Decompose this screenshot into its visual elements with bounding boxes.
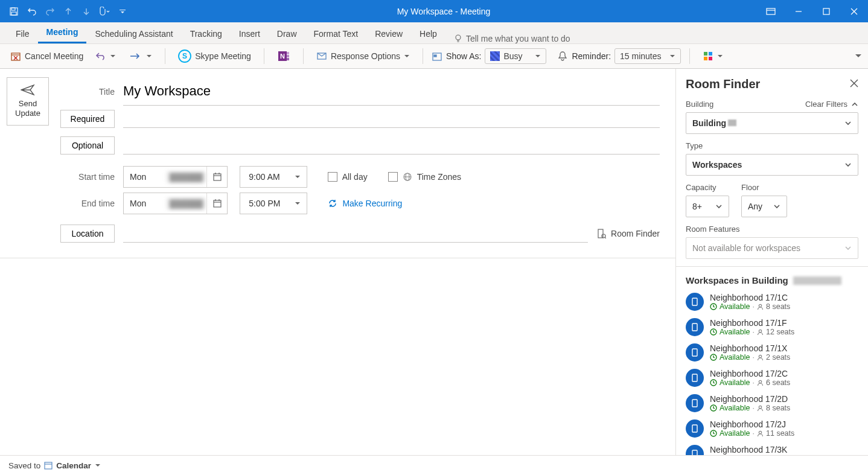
quick-access-toolbar [0, 4, 130, 19]
svg-rect-6 [823, 8, 829, 14]
end-date-picker[interactable]: Mon ██████ [123, 193, 228, 214]
svg-rect-10 [11, 53, 20, 60]
cancel-meeting-button[interactable]: Cancel Meeting [6, 48, 88, 65]
save-icon[interactable] [6, 4, 22, 19]
close-panel-button[interactable] [850, 79, 858, 89]
saved-to-label: Saved to [8, 461, 40, 470]
window-title: My Workspace - Meeting [130, 7, 757, 16]
end-time-picker[interactable]: 5:00 PM [240, 193, 307, 214]
optional-field[interactable] [123, 136, 660, 155]
workspace-item[interactable]: Neighborhood 17/1C Available · 8 seats [686, 293, 858, 311]
workspace-seats: 2 seats [766, 353, 790, 362]
svg-rect-64 [692, 425, 697, 432]
tab-file[interactable]: File [7, 24, 38, 43]
calendar-icon[interactable] [206, 193, 227, 214]
minimize-button[interactable] [785, 0, 812, 22]
optional-button[interactable]: Optional [60, 136, 115, 155]
required-field[interactable] [123, 110, 660, 128]
clock-icon [710, 328, 717, 336]
location-field[interactable] [123, 225, 588, 243]
floor-label: Floor [741, 183, 787, 192]
globe-icon [403, 172, 412, 182]
skype-meeting-button[interactable]: S Skype Meeting [174, 46, 255, 66]
workspace-item[interactable]: Neighborhood 17/3K [686, 445, 858, 455]
make-recurring-label: Make Recurring [342, 199, 402, 208]
send-update-button[interactable]: SendUpdate [7, 77, 49, 126]
customize-qat-icon[interactable] [115, 4, 130, 19]
capacity-label: Capacity [686, 183, 729, 192]
features-dropdown: Not available for workspaces [686, 237, 858, 259]
tab-insert[interactable]: Insert [231, 24, 269, 43]
building-value: Building [692, 118, 726, 128]
tab-tracking[interactable]: Tracking [182, 24, 231, 43]
attach-dropdown-icon[interactable] [97, 4, 112, 19]
clock-icon [710, 354, 717, 361]
tab-draw[interactable]: Draw [269, 24, 305, 43]
workspace-item[interactable]: Neighborhood 17/2J Available · 11 seats [686, 419, 858, 438]
maximize-button[interactable] [812, 0, 840, 22]
type-dropdown[interactable]: Workspaces [686, 154, 858, 176]
clear-filters-button[interactable]: Clear Filters [805, 100, 858, 109]
tab-review[interactable]: Review [366, 24, 411, 43]
type-value: Workspaces [692, 160, 742, 170]
location-button[interactable]: Location [60, 225, 115, 243]
title-input[interactable] [123, 80, 660, 103]
up-arrow-icon[interactable] [60, 4, 76, 19]
undo-split-button[interactable] [91, 48, 120, 64]
chevron-down-icon [844, 244, 852, 252]
chevron-down-icon[interactable] [95, 462, 101, 468]
undo-icon[interactable] [24, 4, 40, 19]
person-icon [757, 354, 764, 361]
clear-filters-label: Clear Filters [805, 100, 847, 109]
close-button[interactable] [840, 0, 868, 22]
workspace-list-heading-text: Workspaces in Building [686, 275, 788, 285]
required-button[interactable]: Required [60, 110, 115, 128]
redo-icon[interactable] [42, 4, 58, 19]
tell-me-search[interactable]: Tell me what you want to do [454, 34, 570, 43]
person-icon [757, 304, 764, 310]
categorize-icon [703, 51, 713, 62]
start-date-picker[interactable]: Mon ██████ [123, 166, 228, 188]
down-arrow-icon[interactable] [78, 4, 94, 19]
floor-dropdown[interactable]: Any [741, 196, 787, 217]
room-finder-toggle[interactable]: Room Finder [596, 228, 660, 239]
building-dropdown[interactable]: Building [686, 112, 858, 134]
clock-icon [710, 303, 717, 310]
all-day-checkbox[interactable]: All day [328, 172, 368, 182]
tab-scheduling-assistant[interactable]: Scheduling Assistant [86, 24, 181, 43]
workspace-item[interactable]: Neighborhood 17/1X Available · 2 seats [686, 343, 858, 362]
onenote-button[interactable]: N [273, 46, 295, 66]
ribbon-display-options-icon[interactable] [757, 0, 785, 22]
categorize-button[interactable] [698, 48, 727, 65]
capacity-dropdown[interactable]: 8+ [686, 196, 729, 217]
workspace-item[interactable]: Neighborhood 17/2C Available · 6 seats [686, 369, 858, 387]
workspace-seats: 6 seats [766, 378, 790, 387]
ribbon-collapse-icon[interactable] [855, 51, 862, 61]
type-label: Type [686, 141, 858, 150]
start-date-day: Mon [124, 172, 166, 182]
reminder-dropdown[interactable]: 15 minutes [614, 48, 681, 64]
workspace-name: Neighborhood 17/3K [710, 445, 787, 454]
response-options-button[interactable]: Response Options [312, 48, 414, 65]
workspace-name: Neighborhood 17/1X [710, 343, 790, 353]
workspace-item[interactable]: Neighborhood 17/1F Available · 12 seats [686, 318, 858, 336]
workspace-seats: 12 seats [766, 328, 794, 336]
svg-rect-68 [692, 450, 697, 455]
chevron-down-icon [669, 53, 675, 59]
start-date-redacted: ██████ [166, 171, 206, 183]
svg-rect-60 [692, 400, 697, 407]
tab-help[interactable]: Help [411, 24, 445, 43]
response-options-label: Response Options [331, 51, 400, 61]
tab-format-text[interactable]: Format Text [305, 24, 367, 43]
calendar-icon[interactable] [206, 167, 227, 187]
show-as-dropdown[interactable]: Busy [485, 48, 546, 64]
tab-meeting[interactable]: Meeting [38, 22, 87, 43]
workspace-name: Neighborhood 17/1F [710, 318, 794, 328]
forward-split-button[interactable] [124, 48, 156, 64]
svg-rect-56 [692, 374, 697, 381]
make-recurring-link[interactable]: Make Recurring [328, 199, 402, 208]
workspace-item[interactable]: Neighborhood 17/2D Available · 8 seats [686, 394, 858, 412]
person-icon [757, 430, 764, 437]
time-zones-checkbox[interactable]: Time Zones [388, 172, 461, 182]
start-time-picker[interactable]: 9:00 AM [240, 166, 307, 188]
